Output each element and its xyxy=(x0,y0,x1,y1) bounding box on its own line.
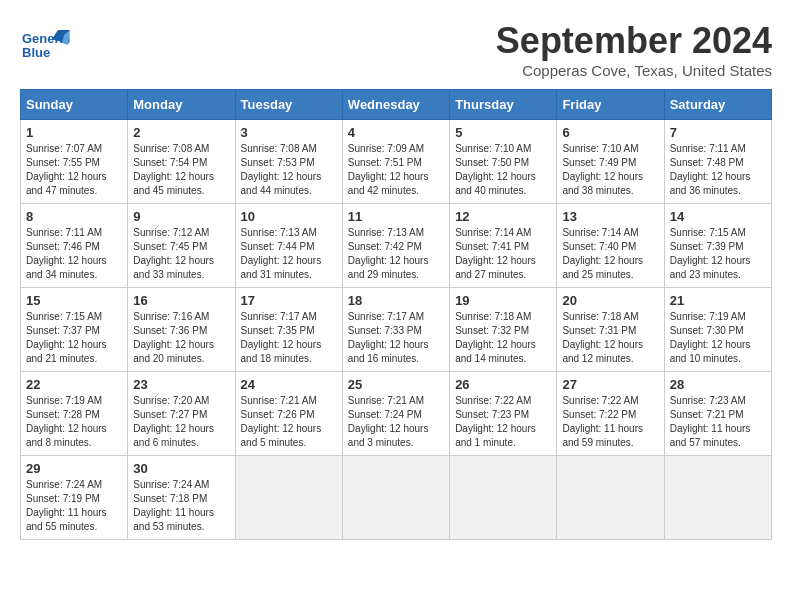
table-row xyxy=(342,456,449,540)
calendar-table: Sunday Monday Tuesday Wednesday Thursday… xyxy=(20,89,772,540)
day-info: Sunrise: 7:23 AM Sunset: 7:21 PM Dayligh… xyxy=(670,394,766,450)
calendar-week-row: 1 Sunrise: 7:07 AM Sunset: 7:55 PM Dayli… xyxy=(21,120,772,204)
day-number: 2 xyxy=(133,125,229,140)
day-info: Sunrise: 7:24 AM Sunset: 7:19 PM Dayligh… xyxy=(26,478,122,534)
day-number: 15 xyxy=(26,293,122,308)
day-number: 21 xyxy=(670,293,766,308)
day-info: Sunrise: 7:14 AM Sunset: 7:40 PM Dayligh… xyxy=(562,226,658,282)
header-sunday: Sunday xyxy=(21,90,128,120)
day-number: 1 xyxy=(26,125,122,140)
day-info: Sunrise: 7:16 AM Sunset: 7:36 PM Dayligh… xyxy=(133,310,229,366)
day-info: Sunrise: 7:08 AM Sunset: 7:53 PM Dayligh… xyxy=(241,142,337,198)
table-row: 24 Sunrise: 7:21 AM Sunset: 7:26 PM Dayl… xyxy=(235,372,342,456)
table-row: 13 Sunrise: 7:14 AM Sunset: 7:40 PM Dayl… xyxy=(557,204,664,288)
table-row: 29 Sunrise: 7:24 AM Sunset: 7:19 PM Dayl… xyxy=(21,456,128,540)
header-tuesday: Tuesday xyxy=(235,90,342,120)
day-info: Sunrise: 7:22 AM Sunset: 7:23 PM Dayligh… xyxy=(455,394,551,450)
calendar-week-row: 8 Sunrise: 7:11 AM Sunset: 7:46 PM Dayli… xyxy=(21,204,772,288)
table-row: 15 Sunrise: 7:15 AM Sunset: 7:37 PM Dayl… xyxy=(21,288,128,372)
table-row xyxy=(450,456,557,540)
day-number: 25 xyxy=(348,377,444,392)
table-row: 3 Sunrise: 7:08 AM Sunset: 7:53 PM Dayli… xyxy=(235,120,342,204)
table-row: 14 Sunrise: 7:15 AM Sunset: 7:39 PM Dayl… xyxy=(664,204,771,288)
table-row: 5 Sunrise: 7:10 AM Sunset: 7:50 PM Dayli… xyxy=(450,120,557,204)
day-number: 30 xyxy=(133,461,229,476)
header-thursday: Thursday xyxy=(450,90,557,120)
day-number: 11 xyxy=(348,209,444,224)
table-row: 26 Sunrise: 7:22 AM Sunset: 7:23 PM Dayl… xyxy=(450,372,557,456)
day-info: Sunrise: 7:19 AM Sunset: 7:30 PM Dayligh… xyxy=(670,310,766,366)
day-number: 17 xyxy=(241,293,337,308)
day-number: 24 xyxy=(241,377,337,392)
day-number: 22 xyxy=(26,377,122,392)
table-row xyxy=(557,456,664,540)
day-info: Sunrise: 7:09 AM Sunset: 7:51 PM Dayligh… xyxy=(348,142,444,198)
day-info: Sunrise: 7:17 AM Sunset: 7:35 PM Dayligh… xyxy=(241,310,337,366)
day-info: Sunrise: 7:11 AM Sunset: 7:48 PM Dayligh… xyxy=(670,142,766,198)
day-number: 29 xyxy=(26,461,122,476)
table-row: 23 Sunrise: 7:20 AM Sunset: 7:27 PM Dayl… xyxy=(128,372,235,456)
day-info: Sunrise: 7:18 AM Sunset: 7:32 PM Dayligh… xyxy=(455,310,551,366)
day-info: Sunrise: 7:08 AM Sunset: 7:54 PM Dayligh… xyxy=(133,142,229,198)
day-info: Sunrise: 7:12 AM Sunset: 7:45 PM Dayligh… xyxy=(133,226,229,282)
day-info: Sunrise: 7:20 AM Sunset: 7:27 PM Dayligh… xyxy=(133,394,229,450)
svg-text:Blue: Blue xyxy=(22,45,50,60)
day-number: 16 xyxy=(133,293,229,308)
table-row: 1 Sunrise: 7:07 AM Sunset: 7:55 PM Dayli… xyxy=(21,120,128,204)
day-info: Sunrise: 7:24 AM Sunset: 7:18 PM Dayligh… xyxy=(133,478,229,534)
day-info: Sunrise: 7:10 AM Sunset: 7:50 PM Dayligh… xyxy=(455,142,551,198)
day-number: 19 xyxy=(455,293,551,308)
day-number: 12 xyxy=(455,209,551,224)
table-row: 6 Sunrise: 7:10 AM Sunset: 7:49 PM Dayli… xyxy=(557,120,664,204)
header-friday: Friday xyxy=(557,90,664,120)
day-number: 26 xyxy=(455,377,551,392)
header-wednesday: Wednesday xyxy=(342,90,449,120)
day-number: 4 xyxy=(348,125,444,140)
day-number: 27 xyxy=(562,377,658,392)
day-number: 9 xyxy=(133,209,229,224)
calendar-week-row: 22 Sunrise: 7:19 AM Sunset: 7:28 PM Dayl… xyxy=(21,372,772,456)
day-info: Sunrise: 7:15 AM Sunset: 7:37 PM Dayligh… xyxy=(26,310,122,366)
table-row: 7 Sunrise: 7:11 AM Sunset: 7:48 PM Dayli… xyxy=(664,120,771,204)
table-row: 28 Sunrise: 7:23 AM Sunset: 7:21 PM Dayl… xyxy=(664,372,771,456)
calendar-title: September 2024 xyxy=(20,20,772,62)
calendar-header: September 2024 Copperas Cove, Texas, Uni… xyxy=(20,20,772,79)
day-info: Sunrise: 7:19 AM Sunset: 7:28 PM Dayligh… xyxy=(26,394,122,450)
day-number: 23 xyxy=(133,377,229,392)
day-info: Sunrise: 7:10 AM Sunset: 7:49 PM Dayligh… xyxy=(562,142,658,198)
day-info: Sunrise: 7:18 AM Sunset: 7:31 PM Dayligh… xyxy=(562,310,658,366)
table-row: 25 Sunrise: 7:21 AM Sunset: 7:24 PM Dayl… xyxy=(342,372,449,456)
table-row: 20 Sunrise: 7:18 AM Sunset: 7:31 PM Dayl… xyxy=(557,288,664,372)
calendar-week-row: 15 Sunrise: 7:15 AM Sunset: 7:37 PM Dayl… xyxy=(21,288,772,372)
day-number: 20 xyxy=(562,293,658,308)
table-row: 4 Sunrise: 7:09 AM Sunset: 7:51 PM Dayli… xyxy=(342,120,449,204)
day-info: Sunrise: 7:21 AM Sunset: 7:24 PM Dayligh… xyxy=(348,394,444,450)
day-number: 3 xyxy=(241,125,337,140)
day-info: Sunrise: 7:14 AM Sunset: 7:41 PM Dayligh… xyxy=(455,226,551,282)
table-row: 18 Sunrise: 7:17 AM Sunset: 7:33 PM Dayl… xyxy=(342,288,449,372)
day-info: Sunrise: 7:17 AM Sunset: 7:33 PM Dayligh… xyxy=(348,310,444,366)
calendar-subtitle: Copperas Cove, Texas, United States xyxy=(20,62,772,79)
table-row: 27 Sunrise: 7:22 AM Sunset: 7:22 PM Dayl… xyxy=(557,372,664,456)
day-info: Sunrise: 7:11 AM Sunset: 7:46 PM Dayligh… xyxy=(26,226,122,282)
logo: General Blue xyxy=(20,25,70,74)
table-row: 10 Sunrise: 7:13 AM Sunset: 7:44 PM Dayl… xyxy=(235,204,342,288)
table-row: 19 Sunrise: 7:18 AM Sunset: 7:32 PM Dayl… xyxy=(450,288,557,372)
table-row xyxy=(235,456,342,540)
day-number: 28 xyxy=(670,377,766,392)
calendar-week-row: 29 Sunrise: 7:24 AM Sunset: 7:19 PM Dayl… xyxy=(21,456,772,540)
day-info: Sunrise: 7:13 AM Sunset: 7:42 PM Dayligh… xyxy=(348,226,444,282)
day-number: 7 xyxy=(670,125,766,140)
table-row: 9 Sunrise: 7:12 AM Sunset: 7:45 PM Dayli… xyxy=(128,204,235,288)
table-row xyxy=(664,456,771,540)
table-row: 30 Sunrise: 7:24 AM Sunset: 7:18 PM Dayl… xyxy=(128,456,235,540)
day-number: 18 xyxy=(348,293,444,308)
table-row: 16 Sunrise: 7:16 AM Sunset: 7:36 PM Dayl… xyxy=(128,288,235,372)
table-row: 11 Sunrise: 7:13 AM Sunset: 7:42 PM Dayl… xyxy=(342,204,449,288)
table-row: 17 Sunrise: 7:17 AM Sunset: 7:35 PM Dayl… xyxy=(235,288,342,372)
day-number: 10 xyxy=(241,209,337,224)
table-row: 21 Sunrise: 7:19 AM Sunset: 7:30 PM Dayl… xyxy=(664,288,771,372)
table-row: 2 Sunrise: 7:08 AM Sunset: 7:54 PM Dayli… xyxy=(128,120,235,204)
day-info: Sunrise: 7:13 AM Sunset: 7:44 PM Dayligh… xyxy=(241,226,337,282)
day-number: 5 xyxy=(455,125,551,140)
